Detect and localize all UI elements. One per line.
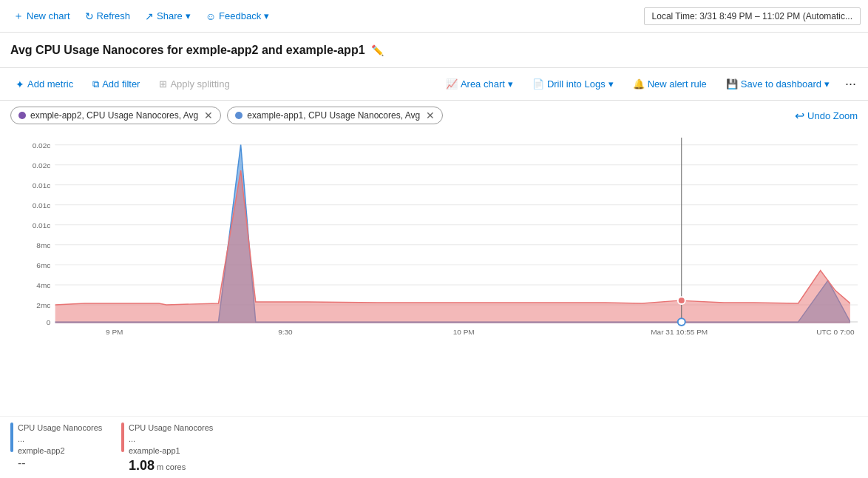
svg-text:UTC 0 7:00: UTC 0 7:00 [816,328,855,336]
save-to-dashboard-label: Save to dashboard [741,78,821,90]
share-icon: ↗ [145,10,154,22]
feedback-label: Feedback [219,10,261,21]
refresh-icon: ↻ [85,10,94,22]
refresh-button[interactable]: ↻ Refresh [79,7,137,25]
feedback-icon: ☺ [206,10,216,22]
tag-label-example-app1: example-app1, CPU Usage Nanocores, Avg [247,110,420,121]
legend-label1-app1: CPU Usage Nanocores ... [129,423,217,445]
drill-into-logs-button[interactable]: 📄 Drill into Logs ▾ [524,75,622,93]
legend-label2-app1: example-app1 [129,445,217,457]
legend-value-app2: -- [18,457,106,470]
alert-icon: 🔔 [633,78,645,90]
share-label: Share [157,10,183,21]
add-metric-label: Add metric [27,78,73,90]
datapoint-app1 [678,318,685,326]
svg-text:9:30: 9:30 [278,328,293,336]
tags-row: exmple-app2, CPU Usage Nanocores, Avg ✕ … [0,101,868,130]
chart-legend: CPU Usage Nanocores ... exmple-app2 -- C… [0,416,868,478]
time-range-text: Local Time: 3/31 8:49 PM – 11:02 PM (Aut… [652,11,852,21]
series-app1-fill [55,145,858,323]
chart-svg: 0.02c 0.02c 0.01c 0.01c 0.01c 8mc 6mc 4m… [10,138,858,345]
legend-label2-app2: exmple-app2 [18,445,106,457]
area-chart-label: Area chart [461,78,505,90]
legend-value-app1: 1.08 [129,458,155,474]
add-metric-icon: ✦ [16,78,24,90]
datapoint-app2 [678,297,685,304]
svg-text:0.02c: 0.02c [33,161,51,169]
apply-splitting-label: Apply splitting [170,78,229,90]
area-chart-chevron: ▾ [508,78,513,90]
feedback-button[interactable]: ☺ Feedback ▾ [200,7,275,25]
series-app1-line [55,145,858,322]
top-bar-left: ＋ New chart ↻ Refresh ↗ Share ▾ ☺ Feedba… [7,7,644,26]
refresh-label: Refresh [97,10,131,21]
drill-into-logs-label: Drill into Logs [547,78,606,90]
svg-text:0.01c: 0.01c [33,181,51,189]
new-alert-rule-button[interactable]: 🔔 New alert rule [625,75,715,93]
svg-text:10 PM: 10 PM [453,328,475,336]
svg-text:2mc: 2mc [36,301,50,309]
save-icon: 💾 [726,78,738,90]
svg-text:0.01c: 0.01c [33,221,51,229]
legend-color-app2 [10,423,13,452]
add-metric-button[interactable]: ✦ Add metric [7,75,81,94]
new-chart-button[interactable]: ＋ New chart [7,7,76,26]
legend-info-app2: CPU Usage Nanocores ... exmple-app2 -- [18,423,106,470]
filter-icon: ⧉ [92,78,99,90]
legend-item-app2: CPU Usage Nanocores ... exmple-app2 -- [10,423,106,474]
tag-color-example-app1 [235,112,243,119]
plus-icon: ＋ [13,10,24,23]
svg-text:8mc: 8mc [36,241,50,249]
legend-info-app1: CPU Usage Nanocores ... example-app1 1.0… [129,423,217,474]
legend-unit-app1: m cores [157,462,186,471]
chart-area: 0.02c 0.02c 0.01c 0.01c 0.01c 8mc 6mc 4m… [0,130,868,416]
drill-icon: 📄 [532,78,544,90]
top-toolbar: ＋ New chart ↻ Refresh ↗ Share ▾ ☺ Feedba… [0,0,868,33]
svg-text:9 PM: 9 PM [106,328,123,336]
undo-zoom-label: Undo Zoom [807,110,858,121]
tag-example-app1: example-app1, CPU Usage Nanocores, Avg ✕ [227,107,443,124]
share-chevron-icon: ▾ [186,10,191,21]
svg-text:6mc: 6mc [36,261,50,269]
tag-label-exmple-app2: exmple-app2, CPU Usage Nanocores, Avg [30,110,198,121]
edit-title-icon[interactable]: ✏️ [371,44,384,56]
area-chart-button[interactable]: 📈 Area chart ▾ [438,75,521,93]
save-chevron: ▾ [824,78,830,90]
add-filter-label: Add filter [102,78,140,90]
tag-close-exmple-app2[interactable]: ✕ [204,110,213,121]
add-filter-button[interactable]: ⧉ Add filter [84,75,148,94]
tag-close-example-app1[interactable]: ✕ [426,110,435,121]
time-range-badge[interactable]: Local Time: 3/31 8:49 PM – 11:02 PM (Aut… [644,7,861,25]
drill-chevron: ▾ [608,78,614,90]
series-app2-fill [55,170,858,323]
page-title: Avg CPU Usage Nanocores for exmple-app2 … [10,44,365,57]
svg-text:0.01c: 0.01c [33,201,51,209]
legend-label1-app2: CPU Usage Nanocores ... [18,423,106,445]
undo-zoom-button[interactable]: ↩ Undo Zoom [795,109,858,123]
title-bar: Avg CPU Usage Nanocores for exmple-app2 … [0,33,868,68]
splitting-icon: ⊞ [159,78,167,90]
svg-text:4mc: 4mc [36,281,50,289]
more-options-button[interactable]: ··· [841,73,861,95]
tag-color-exmple-app2 [18,112,26,119]
new-chart-label: New chart [27,10,70,21]
tag-exmple-app2: exmple-app2, CPU Usage Nanocores, Avg ✕ [10,107,221,124]
legend-item-app1: CPU Usage Nanocores ... example-app1 1.0… [121,423,217,474]
metrics-toolbar: ✦ Add metric ⧉ Add filter ⊞ Apply splitt… [0,68,868,101]
area-chart-icon: 📈 [446,78,458,90]
share-button[interactable]: ↗ Share ▾ [139,7,197,25]
svg-text:0: 0 [47,318,51,326]
svg-rect-0 [55,138,850,323]
apply-splitting-button[interactable]: ⊞ Apply splitting [151,75,237,93]
svg-text:0.02c: 0.02c [33,141,51,149]
new-alert-rule-label: New alert rule [648,78,707,90]
feedback-chevron-icon: ▾ [264,10,269,21]
svg-text:Mar 31 10:55 PM: Mar 31 10:55 PM [651,328,708,336]
undo-icon: ↩ [795,109,804,123]
save-to-dashboard-button[interactable]: 💾 Save to dashboard ▾ [718,75,838,93]
metrics-bar-right: 📈 Area chart ▾ 📄 Drill into Logs ▾ 🔔 New… [438,73,861,95]
legend-color-app1 [121,423,124,452]
